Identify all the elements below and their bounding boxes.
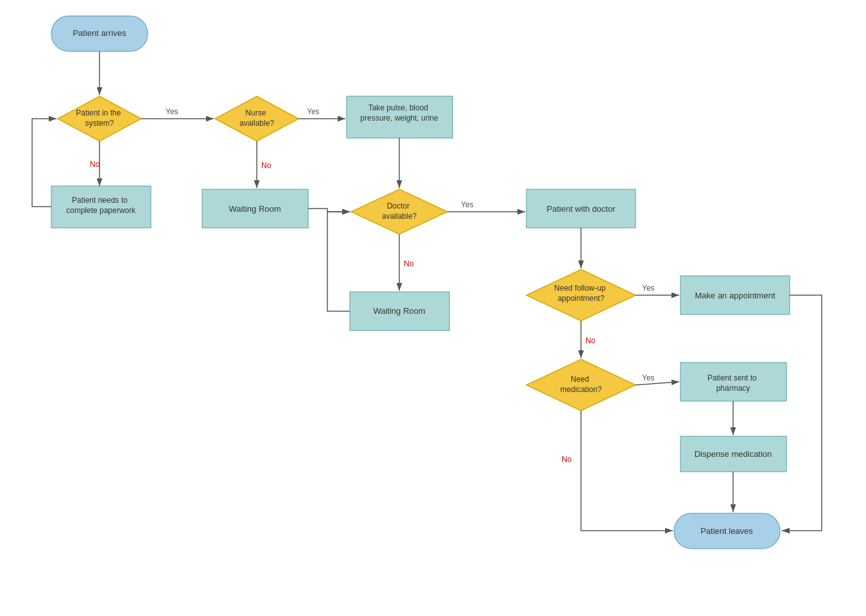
svg-text:No: No <box>404 259 414 268</box>
svg-text:No: No <box>261 161 272 170</box>
node-waiting-room-2: Waiting Room <box>373 306 425 316</box>
svg-text:Yes: Yes <box>461 200 474 209</box>
svg-text:Yes: Yes <box>642 284 655 293</box>
node-patient-leaves: Patient leaves <box>700 526 753 536</box>
svg-text:No: No <box>585 336 596 345</box>
node-patient-with-doctor: Patient with doctor <box>547 204 616 214</box>
svg-text:No: No <box>562 455 572 464</box>
node-patient-arrives: Patient arrives <box>73 28 126 38</box>
node-dispense-medication: Dispense medication <box>695 449 772 459</box>
svg-text:Yes: Yes <box>166 107 178 116</box>
node-make-appointment: Make an appointment <box>695 291 775 300</box>
svg-text:Yes: Yes <box>642 373 655 382</box>
svg-text:No: No <box>90 160 100 169</box>
node-waiting-room-1: Waiting Room <box>229 204 281 214</box>
svg-text:Yes: Yes <box>307 107 320 116</box>
